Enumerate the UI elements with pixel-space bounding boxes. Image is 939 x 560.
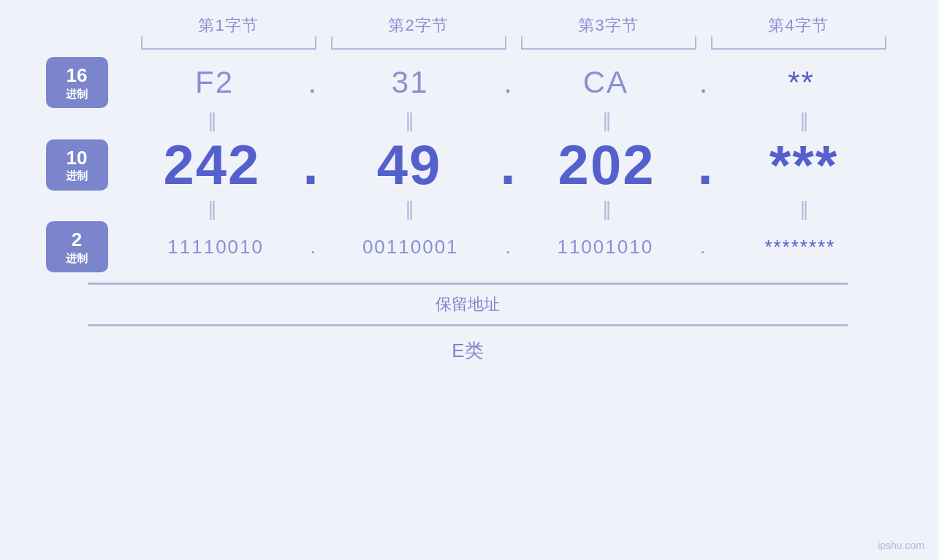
bracket-3: [521, 37, 696, 50]
reserved-label: 保留地址: [88, 285, 848, 324]
bin-cell-3: 11001010: [512, 236, 699, 258]
hex-cell-3: CA: [514, 65, 698, 100]
eq-2-2: ‖: [325, 198, 493, 220]
hex-cells: F2 . 31 . CA . **: [123, 65, 894, 100]
dec-dot-2: .: [500, 133, 515, 196]
bracket-row: [134, 37, 894, 50]
hex-cell-4: **: [710, 65, 894, 100]
col-header-2: 第2字节: [324, 15, 514, 37]
bin-cell-2: 00110001: [317, 236, 503, 258]
bottom-line: [88, 324, 848, 326]
dec-cell-3: 202: [517, 133, 696, 196]
column-headers: 第1字节 第2字节 第3字节 第4字节: [134, 15, 894, 37]
col-header-4: 第4字节: [704, 15, 894, 37]
bin-row: 2 进制 11110010 . 00110001 . 11001010 . **…: [46, 221, 894, 272]
eq-2-3: ‖: [522, 198, 691, 220]
dec-cell-2: 49: [320, 133, 499, 196]
bracket-1: [141, 37, 316, 50]
bin-dot-1: .: [311, 236, 316, 258]
bin-dot-3: .: [700, 236, 705, 258]
hex-dot-3: .: [699, 65, 708, 100]
watermark: ipshu.com: [878, 540, 924, 551]
hex-cell-2: 31: [318, 65, 502, 100]
hex-label: 16 进制: [46, 57, 108, 108]
hex-row: 16 进制 F2 . 31 . CA . **: [46, 57, 894, 108]
main-container: 第1字节 第2字节 第3字节 第4字节 16 进制: [0, 0, 939, 560]
eq-1-2: ‖: [325, 110, 493, 131]
eq-row-1: ‖ ‖ ‖ ‖: [128, 110, 888, 131]
eq-1-3: ‖: [522, 110, 691, 131]
dec-cell-4: ***: [715, 133, 894, 196]
bin-cell-4: ********: [707, 236, 893, 258]
bracket-2: [331, 37, 506, 50]
dec-row: 10 进制 242 . 49 . 202 . ***: [46, 133, 894, 196]
dec-label: 10 进制: [46, 139, 108, 191]
class-label: E类: [88, 332, 848, 369]
dec-cell-1: 242: [123, 133, 302, 196]
hex-dot-2: .: [503, 65, 512, 100]
col-header-1: 第1字节: [134, 15, 324, 37]
hex-dot-1: .: [308, 65, 317, 100]
eq-row-2: ‖ ‖ ‖ ‖: [128, 198, 888, 220]
eq-2-1: ‖: [128, 198, 296, 220]
bin-cell-1: 11110010: [123, 236, 309, 258]
bin-cells: 11110010 . 00110001 . 11001010 . *******…: [123, 236, 894, 258]
col-header-3: 第3字节: [514, 15, 704, 37]
dec-dot-3: .: [697, 133, 712, 196]
eq-1-1: ‖: [128, 110, 296, 131]
dec-cells: 242 . 49 . 202 . ***: [123, 133, 894, 196]
bracket-4: [711, 37, 886, 50]
hex-cell-1: F2: [123, 65, 307, 100]
eq-2-4: ‖: [720, 198, 888, 220]
bin-dot-2: .: [505, 236, 510, 258]
dec-dot-1: .: [303, 133, 318, 196]
eq-1-4: ‖: [720, 110, 888, 131]
bin-label: 2 进制: [46, 221, 108, 272]
